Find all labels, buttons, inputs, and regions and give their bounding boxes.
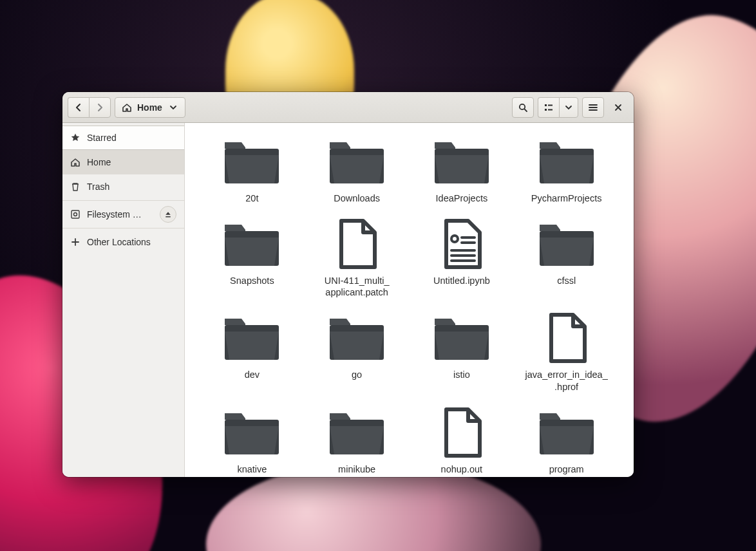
trash-icon [70, 182, 80, 192]
eject-button[interactable] [160, 206, 176, 223]
file-name: knative [237, 463, 267, 475]
sidebar-label: Trash [87, 182, 176, 192]
file-item[interactable]: PycharmProjects [517, 135, 616, 204]
file-item[interactable]: IdeaProjects [413, 135, 511, 204]
home-icon [70, 157, 80, 167]
file-name: UNI-411_multi_ applicant.patch [325, 275, 390, 298]
close-icon [613, 102, 623, 113]
folder-icon [326, 311, 388, 365]
folder-icon [221, 135, 283, 189]
chevron-left-icon [73, 102, 84, 113]
file-item[interactable]: 20t [203, 135, 301, 204]
file-item[interactable]: java_error_in_idea_ .hprof [517, 311, 616, 392]
file-item[interactable]: Untitled.ipynb [413, 217, 511, 298]
disk-icon [70, 209, 80, 219]
file-item[interactable]: cfssl [517, 217, 616, 298]
folder-icon [536, 135, 598, 189]
folder-icon [326, 406, 388, 460]
close-window-button[interactable] [608, 97, 628, 118]
sidebar: Starred Home Trash Filesystem … [62, 123, 185, 477]
file-name: istio [453, 369, 470, 380]
caret-down-icon [563, 102, 574, 113]
file-name: PycharmProjects [531, 192, 602, 204]
file-name: dev [245, 369, 260, 380]
file-item[interactable]: Snapshots [203, 217, 301, 298]
svg-rect-3 [545, 109, 547, 111]
star-icon [70, 133, 80, 143]
file-name: nohup.out [441, 463, 483, 475]
plus-icon [70, 237, 80, 247]
sidebar-item-trash[interactable]: Trash [62, 174, 184, 199]
back-button[interactable] [68, 97, 89, 118]
search-icon [518, 102, 528, 113]
hamburger-menu-button[interactable] [582, 97, 604, 118]
file-icon [431, 406, 493, 460]
file-item[interactable]: nohup.out [413, 406, 511, 475]
folder-icon [221, 311, 283, 365]
window-body: Starred Home Trash Filesystem … [62, 123, 634, 477]
file-item[interactable]: Downloads [308, 135, 406, 204]
svg-rect-5 [71, 210, 79, 218]
sidebar-label: Starred [87, 133, 176, 143]
forward-button[interactable] [89, 97, 111, 118]
file-name: minikube [338, 463, 375, 475]
file-item[interactable]: minikube [308, 406, 406, 475]
file-icon [326, 217, 388, 271]
file-name: cfssl [557, 275, 576, 286]
view-options-button[interactable] [559, 97, 578, 118]
folder-icon [536, 406, 598, 460]
folder-icon [326, 135, 388, 189]
file-item[interactable]: program [517, 406, 616, 475]
caret-down-icon [168, 102, 178, 113]
path-label: Home [137, 102, 162, 113]
file-name: Snapshots [230, 275, 274, 286]
sidebar-label: Filesystem … [87, 209, 153, 219]
sidebar-item-filesystem-root[interactable]: Filesystem … [62, 202, 184, 227]
home-icon [122, 102, 132, 113]
view-switcher [538, 97, 578, 118]
file-item[interactable]: istio [413, 311, 511, 392]
sidebar-separator [62, 200, 184, 201]
file-name: program [549, 463, 584, 475]
svg-rect-1 [545, 104, 547, 106]
path-button[interactable]: Home [115, 97, 185, 118]
nav-buttons [68, 97, 111, 118]
file-name: go [352, 369, 362, 380]
file-manager-window: Home [62, 92, 634, 477]
sidebar-label: Home [87, 157, 176, 167]
file-name: IdeaProjects [436, 192, 488, 204]
svg-point-6 [74, 213, 77, 216]
sidebar-separator [62, 228, 184, 229]
file-item[interactable]: go [308, 311, 406, 392]
file-view[interactable]: 20tDownloadsIdeaProjectsPycharmProjectsS… [185, 123, 634, 477]
file-name: Untitled.ipynb [433, 275, 490, 286]
search-button[interactable] [512, 97, 534, 118]
sidebar-item-home[interactable]: Home [62, 150, 184, 174]
file-item[interactable]: knative [203, 406, 301, 475]
sidebar-item-starred[interactable]: Starred [62, 126, 184, 150]
headerbar: Home [62, 92, 634, 123]
hamburger-icon [588, 102, 598, 113]
file-name: 20t [245, 192, 258, 204]
folder-icon [221, 217, 283, 271]
folder-icon [221, 406, 283, 460]
folder-icon [431, 311, 493, 365]
folder-icon [536, 217, 598, 271]
svg-rect-2 [548, 104, 553, 106]
chevron-right-icon [95, 102, 105, 113]
svg-rect-4 [548, 109, 553, 110]
file-icon [536, 311, 598, 365]
file-item[interactable]: UNI-411_multi_ applicant.patch [308, 217, 406, 298]
file-name: java_error_in_idea_ .hprof [525, 369, 608, 392]
folder-icon [431, 135, 493, 189]
file-item[interactable]: dev [203, 311, 301, 392]
list-view-button[interactable] [538, 97, 559, 118]
file-grid: 20tDownloadsIdeaProjectsPycharmProjectsS… [185, 123, 634, 477]
file-name: Downloads [334, 192, 380, 204]
list-view-icon [543, 102, 554, 113]
document-icon [431, 217, 493, 271]
sidebar-label: Other Locations [87, 237, 176, 247]
sidebar-item-other-locations[interactable]: Other Locations [62, 230, 184, 254]
